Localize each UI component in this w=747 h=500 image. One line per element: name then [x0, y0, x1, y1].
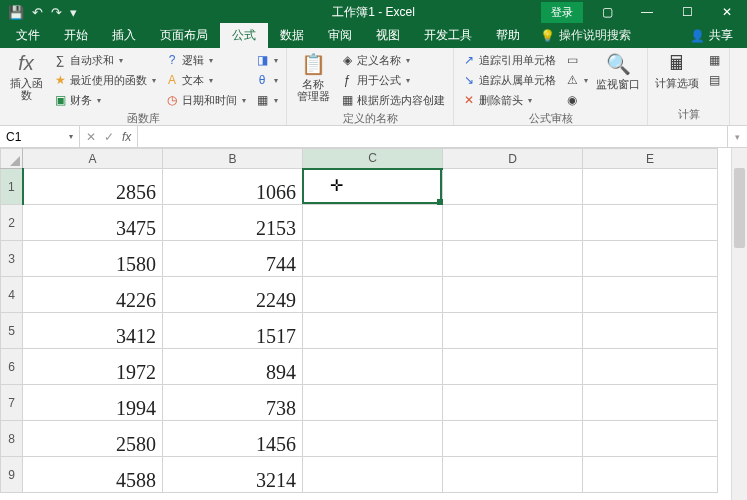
tab-data[interactable]: 数据: [268, 23, 316, 48]
calc-options-button[interactable]: 🖩 计算选项: [652, 50, 702, 91]
cell[interactable]: 744: [163, 241, 303, 277]
cell[interactable]: [303, 241, 443, 277]
qat-more-icon[interactable]: ▾: [70, 5, 77, 20]
math-button[interactable]: θ▾: [253, 70, 280, 90]
enter-icon[interactable]: ✓: [104, 130, 114, 144]
cell[interactable]: 1994: [23, 385, 163, 421]
share-button[interactable]: 👤共享: [680, 23, 743, 48]
cell[interactable]: 3412: [23, 313, 163, 349]
cell[interactable]: [583, 457, 718, 493]
row-header[interactable]: 9: [1, 457, 23, 493]
cell[interactable]: [443, 313, 583, 349]
datetime-button[interactable]: ◷日期和时间▾: [163, 90, 248, 110]
cell[interactable]: [583, 385, 718, 421]
cell[interactable]: [443, 205, 583, 241]
cell[interactable]: [583, 205, 718, 241]
cell[interactable]: [303, 313, 443, 349]
row-header[interactable]: 8: [1, 421, 23, 457]
row-header[interactable]: 1: [1, 169, 23, 205]
select-all-corner[interactable]: [1, 149, 23, 169]
create-from-selection-button[interactable]: ▦根据所选内容创建: [338, 90, 447, 110]
financial-button[interactable]: ▣财务▾: [51, 90, 158, 110]
tab-review[interactable]: 审阅: [316, 23, 364, 48]
fx-icon[interactable]: fx: [122, 130, 131, 144]
row-header[interactable]: 6: [1, 349, 23, 385]
cell[interactable]: [443, 241, 583, 277]
redo-icon[interactable]: ↷: [51, 5, 62, 20]
tab-formulas[interactable]: 公式: [220, 23, 268, 48]
save-icon[interactable]: 💾: [8, 5, 24, 20]
tab-layout[interactable]: 页面布局: [148, 23, 220, 48]
cell[interactable]: 738: [163, 385, 303, 421]
cell[interactable]: 2249: [163, 277, 303, 313]
tab-dev[interactable]: 开发工具: [412, 23, 484, 48]
insert-function-button[interactable]: fx 插入函数: [4, 50, 48, 103]
cell[interactable]: 2580: [23, 421, 163, 457]
cell[interactable]: [303, 169, 443, 205]
close-icon[interactable]: ✕: [707, 0, 747, 24]
cell[interactable]: [443, 421, 583, 457]
cell[interactable]: [303, 205, 443, 241]
cell[interactable]: 1517: [163, 313, 303, 349]
cell[interactable]: [583, 421, 718, 457]
undo-icon[interactable]: ↶: [32, 5, 43, 20]
cell[interactable]: 2153: [163, 205, 303, 241]
tab-help[interactable]: 帮助: [484, 23, 532, 48]
show-formulas-button[interactable]: ▭: [563, 50, 590, 70]
cell[interactable]: [583, 313, 718, 349]
watch-window-button[interactable]: 🔍 监视窗口: [593, 50, 643, 92]
tab-home[interactable]: 开始: [52, 23, 100, 48]
cell[interactable]: [443, 457, 583, 493]
column-header-e[interactable]: E: [583, 149, 718, 169]
define-name-button[interactable]: ◈定义名称▾: [338, 50, 447, 70]
lookup-button[interactable]: ◨▾: [253, 50, 280, 70]
cell[interactable]: 894: [163, 349, 303, 385]
tab-insert[interactable]: 插入: [100, 23, 148, 48]
cell[interactable]: [583, 349, 718, 385]
remove-arrows-button[interactable]: ✕删除箭头▾: [460, 90, 558, 110]
scrollbar-thumb[interactable]: [734, 168, 745, 248]
cell[interactable]: 1580: [23, 241, 163, 277]
use-in-formula-button[interactable]: ƒ用于公式▾: [338, 70, 447, 90]
calc-sheet-button[interactable]: ▤: [705, 70, 723, 90]
name-box[interactable]: C1 ▾: [0, 126, 80, 147]
cell[interactable]: [583, 241, 718, 277]
column-header-c[interactable]: C: [303, 149, 443, 169]
cell[interactable]: [443, 349, 583, 385]
cell[interactable]: 1456: [163, 421, 303, 457]
vertical-scrollbar[interactable]: [731, 148, 747, 500]
tell-me[interactable]: 💡操作说明搜索: [532, 23, 639, 48]
cell[interactable]: [443, 385, 583, 421]
cell[interactable]: [303, 277, 443, 313]
cell[interactable]: [583, 169, 718, 205]
trace-dependents-button[interactable]: ↘追踪从属单元格: [460, 70, 558, 90]
cancel-icon[interactable]: ✕: [86, 130, 96, 144]
formula-input[interactable]: [138, 126, 727, 147]
autosum-button[interactable]: ∑自动求和▾: [51, 50, 158, 70]
cell[interactable]: [303, 457, 443, 493]
row-header[interactable]: 4: [1, 277, 23, 313]
more-functions-button[interactable]: ▦▾: [253, 90, 280, 110]
logical-button[interactable]: ?逻辑▾: [163, 50, 248, 70]
row-header[interactable]: 7: [1, 385, 23, 421]
name-manager-button[interactable]: 📋 名称 管理器: [291, 50, 335, 104]
cell[interactable]: [303, 349, 443, 385]
column-header-a[interactable]: A: [23, 149, 163, 169]
expand-formula-bar-icon[interactable]: ▾: [727, 126, 747, 147]
trace-precedents-button[interactable]: ↗追踪引用单元格: [460, 50, 558, 70]
spreadsheet-grid[interactable]: A B C D E 128561066 234752153 31580744 4…: [0, 148, 747, 500]
minimize-icon[interactable]: —: [627, 0, 667, 24]
tab-file[interactable]: 文件: [4, 23, 52, 48]
evaluate-button[interactable]: ◉: [563, 90, 590, 110]
cell[interactable]: 3214: [163, 457, 303, 493]
cell[interactable]: [443, 169, 583, 205]
column-header-d[interactable]: D: [443, 149, 583, 169]
login-button[interactable]: 登录: [541, 2, 583, 23]
recent-functions-button[interactable]: ★最近使用的函数▾: [51, 70, 158, 90]
chevron-down-icon[interactable]: ▾: [69, 132, 73, 141]
maximize-icon[interactable]: ☐: [667, 0, 707, 24]
error-check-button[interactable]: ⚠▾: [563, 70, 590, 90]
text-button[interactable]: A文本▾: [163, 70, 248, 90]
cell[interactable]: 3475: [23, 205, 163, 241]
ribbon-options-icon[interactable]: ▢: [587, 0, 627, 24]
